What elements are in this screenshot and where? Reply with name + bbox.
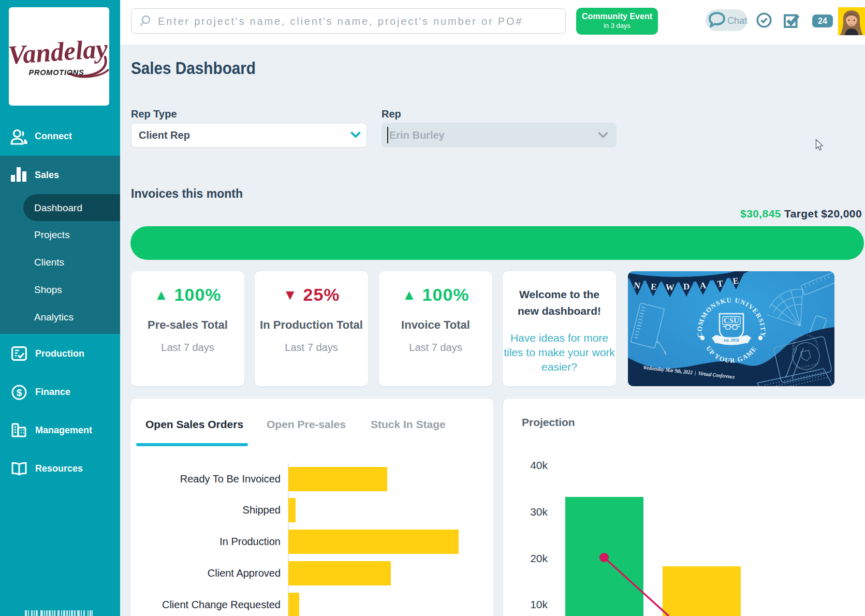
svg-text:Vandelay: Vandelay bbox=[9, 34, 109, 69]
svg-text:PROMOTIONS: PROMOTIONS bbox=[28, 68, 84, 77]
svg-text:CSU: CSU bbox=[724, 316, 739, 325]
svg-text:W: W bbox=[665, 282, 675, 292]
svg-text:E: E bbox=[651, 282, 657, 292]
svg-text:D: D bbox=[683, 282, 690, 291]
svg-text:A: A bbox=[699, 281, 707, 291]
svg-text:$: $ bbox=[17, 387, 22, 398]
svg-text:est. 2016: est. 2016 bbox=[724, 338, 739, 343]
